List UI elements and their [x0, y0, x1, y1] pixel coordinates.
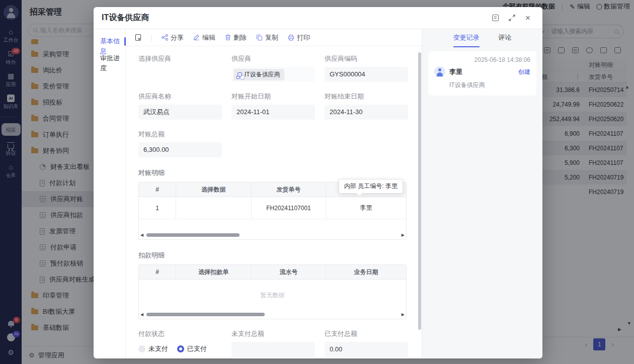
- empty-state-text: 暂无数据: [139, 280, 406, 311]
- field-label: 对账结束日期: [325, 92, 408, 101]
- table-cell: FH20241107001: [252, 197, 326, 219]
- column-header: 发货单号: [252, 183, 326, 197]
- end-date-value[interactable]: 2024-11-30: [325, 105, 408, 120]
- table-cell: [176, 197, 252, 219]
- start-date-value[interactable]: 2024-11-01: [231, 105, 315, 120]
- tab-approval-progress[interactable]: 审批进度: [94, 53, 125, 70]
- hscroll-thumb[interactable]: [146, 313, 265, 316]
- field-total: 对账总额 6,300.00: [138, 130, 222, 157]
- modal-title: IT设备供应商: [102, 13, 149, 23]
- change-action-badge: 创建: [518, 68, 530, 76]
- org-icon: [237, 72, 242, 77]
- table-row[interactable]: 1FH20241107001李里: [139, 197, 406, 219]
- change-user: 李里: [449, 67, 462, 76]
- modal-toolbar: 分享 编辑 删除 复制 打印: [126, 29, 422, 46]
- column-header: 业务日期: [326, 265, 406, 279]
- modal-side-tabs: 基本信息 审批进度: [94, 29, 126, 358]
- column-header: #: [139, 265, 176, 279]
- radio-unpaid[interactable]: 未支付: [138, 344, 168, 353]
- radio-selected-icon: [177, 345, 184, 352]
- detail-table-label: 对账明细: [138, 168, 407, 177]
- radio-paid[interactable]: 已支付: [177, 344, 207, 353]
- field-payment-status: 付款状态 未支付 已支付: [138, 329, 222, 357]
- close-icon[interactable]: ×: [525, 13, 530, 23]
- modal-content: 分享 编辑 删除 复制 打印: [126, 29, 422, 358]
- hscroll-thumb[interactable]: [146, 233, 240, 237]
- tab-change-log[interactable]: 变更记录: [453, 33, 480, 47]
- field-label: 供应商: [231, 54, 315, 63]
- modal-header: IT设备供应商 ×: [94, 7, 542, 29]
- column-header: 选择扣款单: [176, 265, 252, 279]
- field-label: 未支付总额: [231, 329, 315, 338]
- field-label: 付款状态: [138, 329, 222, 338]
- activity-log-icon[interactable]: [492, 15, 499, 21]
- table-cell: 1: [139, 197, 176, 219]
- table-cell: 李里: [326, 197, 406, 219]
- edit-button[interactable]: 编辑: [193, 33, 215, 42]
- field-label: 供应商编码: [325, 54, 408, 63]
- activity-panel: 变更记录 评论 2025-06-18 14:38:06 李里 创建 IT设备供应…: [422, 29, 542, 358]
- deduct-table-header: #选择扣款单流水号业务日期: [139, 265, 406, 280]
- scroll-left-icon[interactable]: ◀: [140, 312, 143, 317]
- supplier-chip[interactable]: IT设备供应商: [233, 69, 284, 80]
- supplier-name-value[interactable]: 武汉易点: [138, 105, 222, 120]
- field-end-date: 对账结束日期 2024-11-30: [325, 92, 408, 120]
- change-description: IT设备供应商: [449, 81, 530, 89]
- supplier-code-value[interactable]: GYS000004: [325, 67, 408, 82]
- tab-comments[interactable]: 评论: [499, 33, 512, 47]
- deduct-table-hscrollbar[interactable]: ◀ ▶: [139, 311, 406, 319]
- modal-vscroll-thumb[interactable]: [418, 52, 421, 330]
- field-supplier-name: 供应商名称 武汉易点: [138, 92, 222, 120]
- total-value[interactable]: 6,300.00: [138, 142, 222, 157]
- column-header: #: [139, 183, 176, 197]
- divider: [151, 34, 152, 41]
- field-label: 对账开始日期: [231, 92, 315, 101]
- column-header: 流水号: [252, 265, 326, 279]
- unpaid-total-value[interactable]: [231, 342, 315, 357]
- change-time: 2025-06-18 14:38:06: [434, 56, 530, 63]
- paid-total-value[interactable]: 0.00: [325, 342, 408, 357]
- delete-button[interactable]: 删除: [225, 33, 247, 42]
- scroll-right-icon[interactable]: ▶: [402, 312, 405, 317]
- deduct-table: #选择扣款单流水号业务日期 暂无数据 ◀ ▶: [138, 264, 407, 319]
- field-supplier: 供应商 IT设备供应商: [231, 54, 315, 82]
- field-label: 选择供应商: [138, 54, 222, 63]
- supplier-field[interactable]: IT设备供应商: [231, 67, 315, 82]
- field-unpaid-total: 未支付总额: [231, 329, 315, 357]
- scroll-right-icon[interactable]: ▶: [402, 233, 405, 237]
- print-button[interactable]: 打印: [288, 33, 310, 42]
- field-label: 供应商名称: [138, 92, 222, 101]
- change-log-card: 2025-06-18 14:38:06 李里 创建 IT设备供应商: [428, 51, 536, 96]
- field-supplier-code: 供应商编码 GYS000004: [325, 54, 408, 82]
- deduct-table-label: 扣款明细: [138, 251, 407, 260]
- expand-icon[interactable]: [509, 15, 515, 21]
- employee-tooltip: 内部 员工编号: 李里: [339, 179, 403, 194]
- field-label: 对账总额: [138, 130, 222, 139]
- share-button[interactable]: 分享: [162, 33, 184, 42]
- log-icon: [492, 15, 499, 21]
- column-header: 选择数据: [176, 183, 252, 197]
- field-label: 已支付总额: [325, 329, 408, 338]
- user-avatar: [434, 66, 445, 77]
- field-select-supplier: 选择供应商: [138, 54, 222, 82]
- export-doc-button[interactable]: [135, 34, 142, 41]
- copy-button[interactable]: 复制: [256, 33, 278, 42]
- supplier-detail-modal: IT设备供应商 × 基本信息 审批进度 分享: [94, 7, 542, 358]
- field-start-date: 对账开始日期 2024-11-01: [231, 92, 315, 120]
- detail-table-hscrollbar[interactable]: ◀ ▶: [139, 231, 406, 239]
- radio-icon: [138, 345, 145, 352]
- scroll-left-icon[interactable]: ◀: [140, 233, 143, 237]
- field-paid-total: 已支付总额 0.00: [325, 329, 408, 357]
- tab-basic-info[interactable]: 基本信息: [94, 36, 125, 53]
